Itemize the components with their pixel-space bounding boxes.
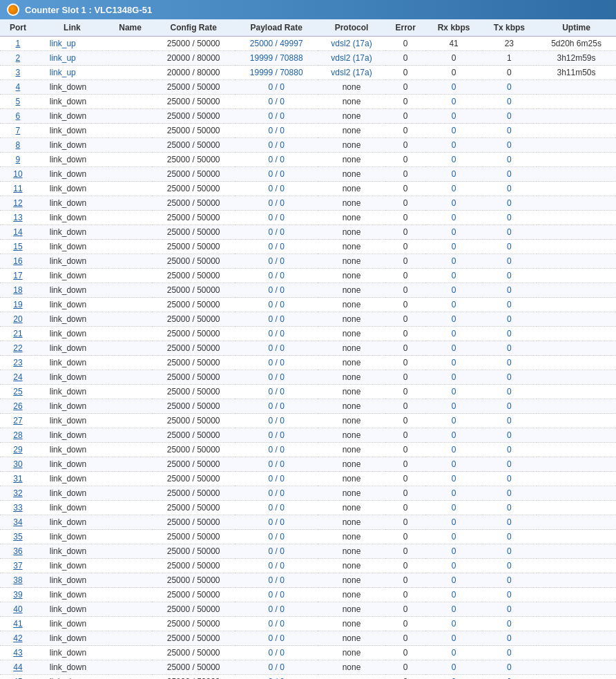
cell-rx: 0 — [425, 124, 481, 138]
cell-name — [108, 225, 152, 240]
port-link[interactable]: 31 — [13, 474, 22, 484]
cell-tx: 0 — [482, 356, 537, 370]
port-link[interactable]: 28 — [13, 430, 22, 440]
cell-config-rate: 20000 / 80000 — [152, 66, 235, 80]
port-link[interactable]: 3 — [16, 68, 21, 77]
cell-payload-rate: 0 / 0 — [235, 588, 318, 602]
cell-port: 36 — [0, 544, 36, 559]
cell-error: 0 — [385, 225, 426, 240]
port-link[interactable]: 18 — [13, 285, 22, 295]
port-link[interactable]: 22 — [13, 343, 22, 353]
cell-payload-rate: 0 / 0 — [235, 327, 318, 341]
port-link[interactable]: 14 — [13, 227, 22, 237]
port-link[interactable]: 6 — [16, 111, 21, 121]
cell-uptime — [537, 95, 616, 109]
cell-error: 0 — [385, 182, 426, 196]
port-link[interactable]: 38 — [13, 575, 22, 585]
cell-uptime — [537, 515, 616, 530]
table-header-row: Port Link Name Config Rate Payload Rate … — [0, 19, 616, 37]
cell-rx: 0 — [425, 414, 481, 428]
port-link[interactable]: 9 — [16, 155, 21, 164]
cell-rx: 0 — [425, 240, 481, 254]
port-link[interactable]: 40 — [13, 604, 22, 614]
cell-uptime — [537, 124, 616, 138]
port-link[interactable]: 10 — [13, 169, 22, 179]
cell-protocol: none — [318, 573, 385, 588]
port-link[interactable]: 4 — [16, 82, 21, 92]
cell-uptime — [537, 80, 616, 95]
table-row: 43 link_down 25000 / 50000 0 / 0 none 0 … — [0, 646, 616, 660]
port-link[interactable]: 36 — [13, 546, 22, 556]
cell-error: 0 — [385, 573, 426, 588]
port-link[interactable]: 34 — [13, 517, 22, 527]
cell-tx: 0 — [482, 109, 537, 124]
port-link[interactable]: 21 — [13, 329, 22, 338]
cell-name — [108, 80, 152, 95]
port-link[interactable]: 24 — [13, 372, 22, 382]
port-link[interactable]: 16 — [13, 256, 22, 266]
port-link[interactable]: 2 — [16, 53, 21, 63]
cell-port: 25 — [0, 385, 36, 399]
col-header-config-rate: Config Rate — [152, 19, 235, 37]
port-link[interactable]: 23 — [13, 358, 22, 367]
port-link[interactable]: 20 — [13, 314, 22, 324]
port-link[interactable]: 41 — [13, 619, 22, 629]
port-link[interactable]: 5 — [16, 97, 21, 106]
port-link[interactable]: 7 — [16, 126, 21, 135]
cell-rx: 0 — [425, 675, 481, 680]
port-link[interactable]: 30 — [13, 459, 22, 469]
cell-error: 0 — [385, 370, 426, 385]
port-link[interactable]: 39 — [13, 590, 22, 600]
port-link[interactable]: 8 — [16, 140, 21, 150]
cell-tx: 0 — [482, 559, 537, 573]
port-link[interactable]: 25 — [13, 387, 22, 396]
port-link[interactable]: 33 — [13, 503, 22, 513]
cell-error: 0 — [385, 327, 426, 341]
port-link[interactable]: 12 — [13, 198, 22, 208]
table-row: 9 link_down 25000 / 50000 0 / 0 none 0 0… — [0, 153, 616, 167]
port-link[interactable]: 37 — [13, 561, 22, 571]
port-link[interactable]: 11 — [13, 184, 22, 193]
port-link[interactable]: 17 — [13, 271, 22, 280]
port-link[interactable]: 13 — [13, 213, 22, 222]
cell-error: 0 — [385, 646, 426, 660]
port-link[interactable]: 27 — [13, 416, 22, 425]
cell-protocol: none — [318, 414, 385, 428]
cell-payload-rate: 0 / 0 — [235, 80, 318, 95]
cell-name — [108, 254, 152, 269]
cell-protocol: none — [318, 559, 385, 573]
cell-rx: 0 — [425, 341, 481, 356]
cell-payload-rate: 0 / 0 — [235, 196, 318, 211]
cell-payload-rate: 0 / 0 — [235, 341, 318, 356]
cell-config-rate: 25000 / 50000 — [152, 457, 235, 472]
cell-protocol: none — [318, 631, 385, 646]
cell-rx: 0 — [425, 298, 481, 312]
cell-uptime — [537, 182, 616, 196]
cell-uptime — [537, 254, 616, 269]
port-link[interactable]: 42 — [13, 633, 22, 643]
cell-payload-rate: 0 / 0 — [235, 153, 318, 167]
cell-link: link_down — [36, 80, 108, 95]
col-header-error: Error — [385, 19, 426, 37]
cell-rx: 0 — [425, 646, 481, 660]
cell-port: 44 — [0, 660, 36, 675]
port-link[interactable]: 32 — [13, 488, 22, 498]
port-link[interactable]: 1 — [16, 39, 21, 48]
port-link[interactable]: 26 — [13, 401, 22, 411]
port-link[interactable]: 19 — [13, 300, 22, 309]
cell-link: link_up — [36, 66, 108, 80]
cell-tx: 23 — [482, 37, 537, 51]
port-link[interactable]: 29 — [13, 445, 22, 455]
table-row: 37 link_down 25000 / 50000 0 / 0 none 0 … — [0, 559, 616, 573]
cell-uptime — [537, 327, 616, 341]
table-row: 12 link_down 25000 / 50000 0 / 0 none 0 … — [0, 196, 616, 211]
port-link[interactable]: 15 — [13, 242, 22, 251]
port-link[interactable]: 44 — [13, 662, 22, 672]
cell-name — [108, 457, 152, 472]
port-link[interactable]: 35 — [13, 532, 22, 542]
cell-rx: 0 — [425, 602, 481, 617]
port-link[interactable]: 43 — [13, 648, 22, 658]
cell-uptime — [537, 675, 616, 680]
cell-error: 0 — [385, 167, 426, 182]
cell-rx: 0 — [425, 443, 481, 457]
